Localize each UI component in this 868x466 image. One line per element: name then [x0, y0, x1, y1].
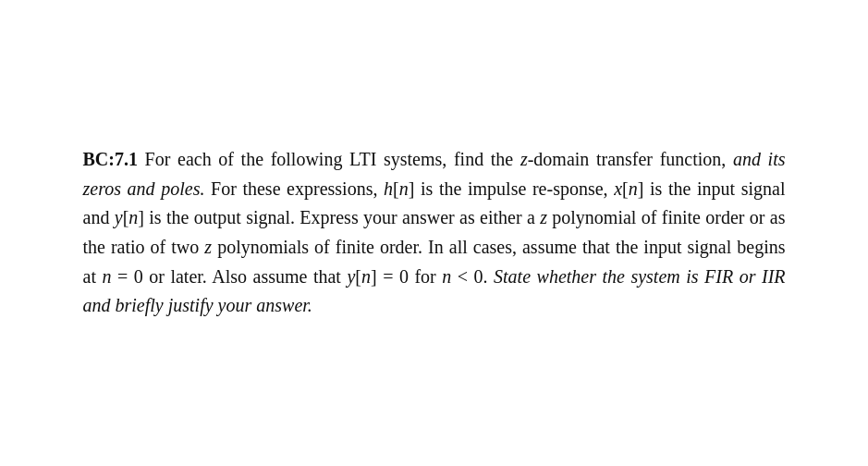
- x-n-expr: x: [614, 178, 622, 199]
- h-n-bracket: n: [399, 178, 409, 199]
- text-intro: For each of the following LTI systems, f…: [83, 149, 786, 315]
- problem-block: BC:7.1 For each of the following LTI sys…: [55, 127, 813, 339]
- x-n-bracket: n: [629, 178, 638, 199]
- y-n-bracket: n: [128, 207, 138, 227]
- italic-and-its-zeros-and: and its zeros and poles.: [83, 149, 786, 199]
- z-var-3: z: [204, 237, 212, 257]
- problem-label: BC:7.1: [83, 149, 138, 169]
- z-var-1: z: [520, 149, 528, 169]
- n-var-1: n: [102, 266, 111, 287]
- h-n-expr: h: [384, 178, 393, 199]
- y-n-2-expr: y: [347, 266, 355, 287]
- problem-paragraph: BC:7.1 For each of the following LTI sys…: [83, 145, 786, 321]
- y-n-expr: y: [115, 207, 123, 227]
- italic-state-fir: State whether the system is FIR or IIR a…: [83, 266, 786, 316]
- y-n-2-bracket: n: [361, 266, 371, 287]
- z-var-2: z: [540, 207, 547, 227]
- n-var-2: n: [442, 266, 451, 287]
